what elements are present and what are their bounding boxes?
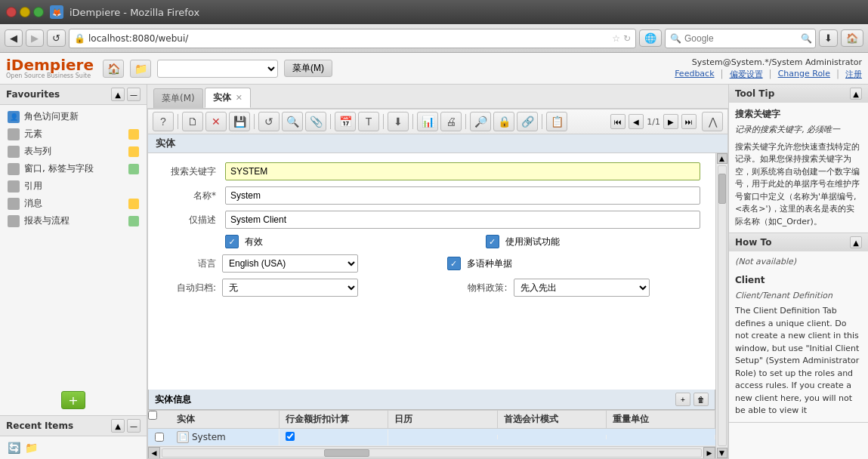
calendar-button[interactable]: 📅 [335, 112, 356, 131]
feedback-link[interactable]: Feedback [675, 69, 714, 80]
find-button[interactable]: 🔍 [282, 112, 303, 131]
sidebar-badge [128, 199, 139, 209]
section-delete-button[interactable]: 🗑 [693, 393, 709, 406]
record-nav: ⏮ ◀ 1/1 ▶ ⏭ [610, 114, 697, 129]
reload-icon[interactable]: ↻ [623, 33, 631, 44]
test-checkbox[interactable]: ✓ [486, 235, 499, 248]
maximize-button[interactable] [33, 7, 44, 17]
tab-menu[interactable]: 菜单(M) [153, 88, 203, 108]
recent-item[interactable]: 🔄 📁 [0, 439, 147, 456]
refresh-button[interactable]: ↺ [258, 112, 280, 131]
back-button[interactable]: ◀ [5, 29, 23, 47]
home-button[interactable]: 🏠 [841, 29, 863, 47]
sidebar-badge [128, 129, 139, 140]
grid-select-all[interactable] [148, 411, 157, 420]
reference-icon [8, 180, 20, 193]
logout-link[interactable]: 注册 [845, 69, 862, 80]
scroll-right[interactable]: ▶ [703, 447, 715, 459]
help-button[interactable]: ? [153, 112, 174, 131]
sidebar-item-windows[interactable]: 窗口, 标签与字段 [0, 160, 147, 177]
bookmark-icon[interactable]: ☆ [612, 33, 620, 44]
scroll-down-arrow[interactable]: ▼ [717, 448, 727, 458]
close-button[interactable] [6, 7, 17, 17]
table-row[interactable]: 📄 System [148, 429, 715, 446]
window-controls[interactable] [6, 7, 44, 17]
test-group: ✓ 使用测试功能 [486, 235, 701, 248]
search-key-input[interactable] [225, 162, 700, 180]
windows-icon [8, 163, 20, 175]
prev-record-button[interactable]: ◀ [629, 114, 644, 129]
delete-button[interactable]: ✕ [205, 112, 227, 131]
preferences-link[interactable]: 偏爱设置 [730, 69, 763, 80]
org-select[interactable] [157, 60, 278, 78]
search-input[interactable] [684, 33, 798, 44]
home-nav-button[interactable]: 🏠 [103, 60, 124, 78]
section-add-button[interactable]: + [675, 393, 690, 406]
sidebar-item-message[interactable]: 消息 [0, 195, 147, 212]
sidebar-item-label: 引用 [24, 180, 42, 193]
row-checkbox[interactable] [155, 433, 164, 442]
last-record-button[interactable]: ⏭ [681, 114, 697, 129]
window-title: iDempiere - Mozilla Firefox [70, 7, 199, 18]
tooltip-collapse-button[interactable]: ▲ [850, 88, 862, 100]
tab-close-icon[interactable]: ✕ [236, 93, 242, 103]
window-title-text: 实体 [156, 137, 175, 150]
name-input[interactable] [225, 186, 700, 205]
scroll-track[interactable] [162, 448, 702, 457]
vertical-scrollbar[interactable]: ▲ ▼ [715, 153, 727, 458]
sidebar-items-list: 👤 角色访问更新 元素 表与列 窗口, 标签与字段 引用 [0, 105, 147, 385]
nav-icon-1[interactable]: 🌐 [639, 29, 662, 47]
report-button[interactable]: 📊 [417, 112, 438, 131]
link-button[interactable]: 🔗 [517, 112, 538, 131]
print-button[interactable]: 🖨 [440, 112, 462, 131]
scroll-up-arrow[interactable]: ▲ [717, 153, 727, 164]
material-policy-select[interactable]: 先入先出 [514, 279, 650, 297]
sidebar-item-reference[interactable]: 引用 [0, 177, 147, 195]
sidebar-add-button[interactable]: + [61, 391, 85, 409]
sidebar-minimize-button[interactable]: — [127, 88, 141, 101]
google-icon: 🔍 [670, 33, 681, 44]
description-input[interactable] [225, 211, 700, 229]
tooltip-content: 搜索关键字 记录的搜索关键字, 必须唯一 搜索关键字允许您快速查找特定的记录。如… [729, 103, 868, 233]
howto-collapse-button[interactable]: ▲ [850, 236, 862, 248]
auto-archive-select[interactable]: 无 [222, 279, 358, 297]
refresh-button[interactable]: ↺ [47, 29, 66, 47]
row-amount-checkbox[interactable] [286, 432, 295, 441]
menu-button[interactable]: 菜单(M) [284, 60, 332, 77]
sidebar-item-element[interactable]: 元素 [0, 125, 147, 143]
scroll-left[interactable]: ◀ [148, 447, 160, 459]
recent-collapse-button[interactable]: ▲ [111, 419, 125, 433]
save-button[interactable]: 💾 [229, 112, 250, 131]
translate-button[interactable]: T [358, 112, 379, 131]
client-sub: Client/Tenant Definition [735, 290, 862, 303]
new-button[interactable]: 🗋 [182, 112, 203, 131]
change-role-link[interactable]: Change Role [778, 69, 830, 80]
collapse-form-button[interactable]: ⋀ [702, 112, 723, 131]
scroll-track-vert[interactable] [718, 165, 727, 446]
download-button[interactable]: ⬇ [819, 29, 838, 47]
account-button[interactable]: 📋 [546, 112, 567, 131]
multi-org-checkbox[interactable]: ✓ [447, 257, 461, 270]
sidebar-item-reports[interactable]: 报表与流程 [0, 212, 147, 230]
forward-button[interactable]: ▶ [26, 29, 44, 47]
howto-header: How To ▲ [729, 233, 868, 251]
minimize-button[interactable] [20, 7, 30, 17]
section-info: 实体信息 + 🗑 [148, 390, 715, 410]
language-select[interactable]: English (USA) [222, 254, 358, 273]
folder-nav-button[interactable]: 📁 [130, 60, 151, 78]
zoom-button[interactable]: 🔎 [470, 112, 491, 131]
export-button[interactable]: ⬇ [388, 112, 409, 131]
recent-minimize-button[interactable]: — [127, 419, 141, 433]
attachment-button[interactable]: 📎 [305, 112, 326, 131]
header-nav: 🏠 📁 菜单(M) [103, 60, 332, 78]
sidebar-item-role-access[interactable]: 👤 角色访问更新 [0, 108, 147, 125]
search-go-icon[interactable]: 🔍 [801, 33, 812, 44]
sidebar-collapse-button[interactable]: ▲ [111, 88, 125, 101]
lock-button[interactable]: 🔒 [493, 112, 514, 131]
next-record-button[interactable]: ▶ [663, 114, 678, 129]
recent-title: Recent Items [6, 420, 73, 431]
sidebar-item-tables[interactable]: 表与列 [0, 143, 147, 160]
tab-entity[interactable]: 实体 ✕ [205, 88, 251, 108]
first-record-button[interactable]: ⏮ [610, 114, 626, 129]
active-checkbox[interactable]: ✓ [225, 235, 239, 248]
